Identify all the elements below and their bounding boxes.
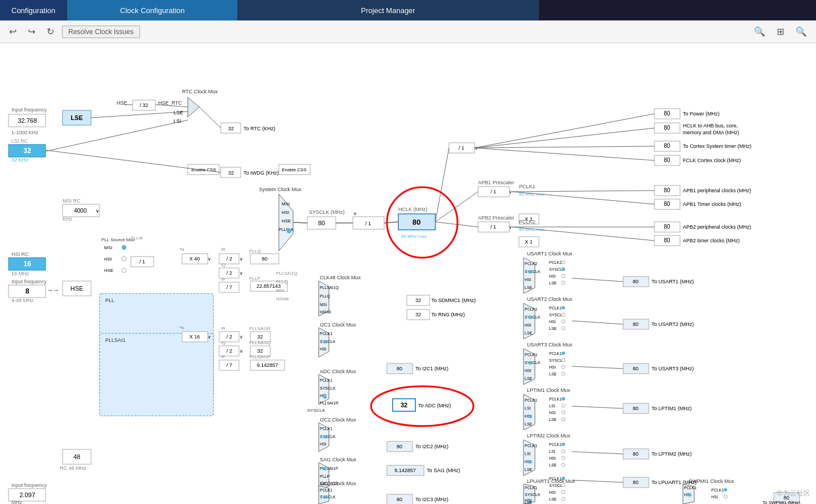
svg-point-268 [529,415,532,418]
svg-text:8: 8 [26,287,30,295]
svg-text:To SDMMC1 (MHz): To SDMMC1 (MHz) [431,298,476,303]
svg-text:RTC Clock Mux: RTC Clock Mux [182,89,218,94]
svg-point-248 [529,316,532,319]
svg-text:SYSCLK: SYSCLK [525,315,541,319]
svg-point-337 [562,320,565,323]
svg-point-347 [562,372,565,375]
tab-configuration[interactable]: Configuration [0,0,67,20]
svg-point-371 [562,497,565,501]
svg-text:HSI: HSI [320,347,327,351]
svg-text:APB1 peripheral clocks (MHz): APB1 peripheral clocks (MHz) [683,188,751,193]
svg-text:LSI: LSI [525,406,531,410]
zoom-fit-button[interactable]: ⊞ [773,25,788,38]
svg-text:To SWPMI1 (MHz): To SWPMI1 (MHz) [763,500,801,504]
svg-text:*N: *N [179,325,184,331]
svg-text:80: 80 [663,224,670,230]
svg-text:48: 48 [73,453,80,460]
svg-point-359 [562,449,565,453]
svg-text:/ 2: / 2 [226,348,232,354]
resolve-clock-button[interactable]: Resolve Clock Issues [62,26,140,38]
svg-text:32: 32 [257,348,263,354]
svg-point-375 [724,495,727,498]
svg-text:/ 7: / 7 [226,284,232,290]
refresh-button[interactable]: ↻ [43,25,57,38]
svg-text:80: 80 [633,406,638,411]
svg-text:LSI: LSI [549,449,555,453]
svg-text:32 KHz: 32 KHz [11,157,28,163]
svg-text:PLLSAI1P: PLLSAI1P [249,354,270,360]
svg-text:2.097: 2.097 [19,491,35,498]
svg-point-353 [562,411,565,414]
svg-point-278 [529,460,532,464]
svg-text:USART3 Clock Mux: USART3 Clock Mux [527,342,572,348]
svg-text:PCLK2: PCLK2 [519,219,535,225]
svg-text:X 1: X 1 [525,239,533,245]
svg-text:∨: ∨ [240,334,243,340]
svg-text:/ 7: / 7 [226,362,232,368]
svg-point-329 [562,274,565,278]
svg-text:To RNG (MHz): To RNG (MHz) [431,312,465,317]
svg-point-333 [562,306,565,309]
svg-text:SYSCLK: SYSCLK [320,386,336,390]
svg-text:32: 32 [23,147,31,155]
svg-point-331 [562,281,565,284]
svg-text:80: 80 [663,187,670,193]
svg-text:/ 1: / 1 [491,224,496,230]
svg-text:9.142857: 9.142857 [257,362,278,368]
svg-text:HSI: HSI [320,442,327,446]
svg-text:PLLP: PLLP [249,276,261,281]
svg-text:/ 1: / 1 [491,189,496,195]
zoom-out-button[interactable]: 🔍 [792,25,810,38]
svg-text:LPTIM1 Clock Mux: LPTIM1 Clock Mux [527,387,571,393]
zoom-in-button[interactable]: 🔍 [751,25,769,38]
svg-text:PCLK1: PCLK1 [549,397,562,401]
undo-button[interactable]: ↩ [6,25,20,38]
svg-point-357 [562,443,565,446]
svg-text:LSE: LSE [549,372,557,376]
svg-point-361 [562,456,565,460]
svg-text:16: 16 [23,260,31,268]
svg-text:I2C3 Clock Mux: I2C3 Clock Mux [320,481,356,486]
svg-text:LSE: LSE [525,468,533,472]
svg-text:PCLK1: PCLK1 [320,378,332,382]
svg-text:HSI: HSI [282,210,289,215]
svg-text:KHz: KHz [63,216,73,222]
svg-point-341 [562,352,565,355]
svg-text:LSE: LSE [549,281,557,285]
svg-text:To Cortex System timer (MHz): To Cortex System timer (MHz) [683,143,752,149]
svg-text:PCLK2: PCLK2 [525,262,537,266]
svg-text:LSI: LSI [525,452,531,456]
svg-text:/Q: /Q [221,262,225,267]
tab-clock-config[interactable]: Clock Configuration [67,0,238,20]
svg-point-373 [724,488,727,491]
svg-text:PLLSAI1R: PLLSAI1R [249,326,271,331]
svg-text:memory and DMA (MHz): memory and DMA (MHz) [683,130,739,135]
svg-text:/P: /P [221,277,225,282]
svg-text:To I2C3 (MHz): To I2C3 (MHz) [415,497,448,502]
svg-text:/ 1: / 1 [365,221,371,226]
svg-text:RC 48 MHz: RC 48 MHz [60,465,86,471]
svg-text:80: 80 [663,201,670,207]
svg-text:PLL Source Mux: PLL Source Mux [101,237,135,242]
svg-text:80: 80 [318,220,325,226]
svg-text:/ 2: / 2 [226,334,232,340]
svg-text:∨: ∨ [96,208,100,214]
svg-text:APB2 timer clocks (MHz): APB2 timer clocks (MHz) [683,238,740,243]
svg-text:*N: *N [179,247,184,252]
redo-button[interactable]: ↪ [24,25,39,38]
svg-text:1-1000 KHz: 1-1000 KHz [11,130,39,135]
svg-text:/ 1: / 1 [139,259,145,265]
svg-text:PLLQ: PLLQ [249,249,261,254]
svg-text:PLLSAI1Q: PLLSAI1Q [249,340,271,345]
svg-text:80: 80 [633,321,638,327]
svg-point-61 [122,257,126,261]
svg-text:SYSCLK: SYSCLK [320,340,336,344]
tab-project-manager[interactable]: Project Manager [238,0,538,20]
svg-text:SYSCLK: SYSCLK [307,408,325,413]
svg-text:∨: ∨ [509,189,512,195]
svg-text:/R: /R [221,247,225,252]
svg-text:∨: ∨ [353,211,357,216]
svg-text:LSE: LSE [525,331,533,335]
svg-text:HSI: HSI [549,320,556,324]
svg-text:PLLQ: PLLQ [276,279,287,284]
